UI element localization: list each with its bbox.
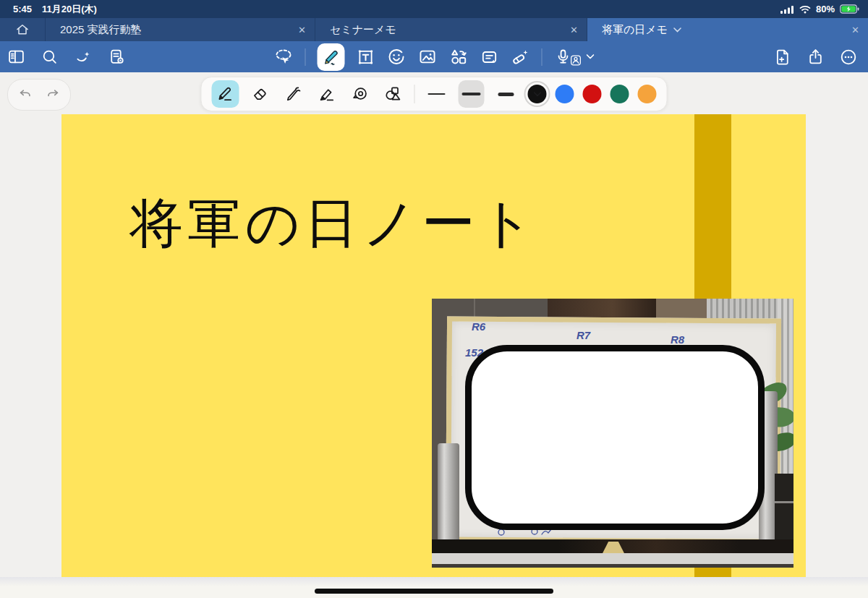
sidebar-icon[interactable] [7,48,25,66]
ballpoint-pen-option[interactable] [281,80,306,108]
ai-sparkle-icon[interactable] [74,48,93,67]
floor [432,564,793,568]
more-icon[interactable] [839,48,858,67]
status-date: 11月20日(木) [42,3,97,16]
text-tool-icon[interactable] [357,48,375,67]
tab-2025-jissen[interactable]: 2025 実践行動塾 ✕ [46,18,315,41]
handwriting-label: R7 [576,329,590,341]
ink-redaction-shape[interactable] [465,345,765,530]
color-swatch-blue[interactable] [556,85,574,103]
color-swatch-orange[interactable] [638,85,657,103]
tab-bar: 2025 実践行動塾 ✕ セミナーメモ ✕ 将軍の日メモ ✕ [0,18,868,41]
search-icon[interactable] [41,48,59,66]
toolbar-divider [542,48,542,66]
toolbar-divider [305,48,306,66]
tab-close-button[interactable]: ✕ [570,18,578,41]
page-title: 将軍の日ノート [129,188,538,260]
eraser-option[interactable] [248,80,273,108]
canvas-bottom-strip [0,577,868,598]
color-swatch-red[interactable] [583,85,602,103]
main-toolbar [0,41,868,72]
status-time: 5:45 [13,4,32,14]
handwriting-label: R6 [472,320,485,333]
battery-percent: 80% [816,4,835,14]
stroke-width-thin[interactable] [424,80,450,108]
status-bar: 5:45 11月20日(木) 80% [0,0,868,18]
tape-option[interactable] [348,80,373,108]
shapes-option[interactable] [381,80,406,108]
pen-tool-selected[interactable] [318,43,345,71]
pen-option-selected[interactable] [212,80,239,108]
highlighter-option[interactable] [315,80,339,108]
tab-label: 将軍の日メモ [602,23,668,37]
add-page-icon[interactable] [774,48,792,66]
home-button[interactable] [0,18,46,41]
tab-label: 2025 実践行動塾 [60,23,142,37]
tab-close-button[interactable]: ✕ [298,18,306,41]
redo-button[interactable] [45,87,61,103]
tab-seminar-memo[interactable]: セミナーメモ ✕ [315,18,587,41]
wifi-icon [799,5,811,14]
handwriting-label: R8 [671,333,684,346]
chevron-down-icon[interactable] [673,27,681,33]
ipad-screen: 5:45 11月20日(木) 80% [0,0,868,598]
tab-close-button[interactable]: ✕ [851,18,859,41]
color-swatch-black-selected[interactable] [528,85,547,103]
undo-redo-pill [7,79,71,111]
home-indicator[interactable] [315,589,553,594]
record-audio-icon[interactable] [554,48,595,67]
undo-button[interactable] [17,87,33,103]
pen-options-bar [201,77,668,111]
color-swatch-green[interactable] [610,85,629,103]
shapes-tool-icon[interactable] [449,47,469,67]
stroke-width-medium-selected[interactable] [459,80,485,108]
tab-label: セミナーメモ [330,23,396,37]
notebook-page[interactable]: 将軍の日ノート R6 R7 R8 152 [61,114,806,577]
whiteboard-photo[interactable]: R6 R7 R8 152 [432,299,793,568]
share-icon[interactable] [807,48,825,66]
cellular-signal-icon [780,5,794,14]
stand-crossbar [432,553,793,565]
penbar-divider [414,85,415,103]
window-blinds [707,299,778,319]
canvas-area[interactable]: 将軍の日ノート R6 R7 R8 152 [0,72,868,598]
note-tool-icon[interactable] [480,48,499,67]
battery-icon [840,4,859,14]
page-view-icon[interactable] [108,48,126,66]
image-tool-icon[interactable] [418,47,438,67]
tab-shogun-memo-active[interactable]: 将軍の日メモ ✕ [587,18,868,41]
lasso-tool-icon[interactable] [274,47,294,67]
sticker-tool-icon[interactable] [387,47,407,67]
laser-pointer-icon[interactable] [511,47,530,67]
stroke-width-thick[interactable] [493,80,519,108]
